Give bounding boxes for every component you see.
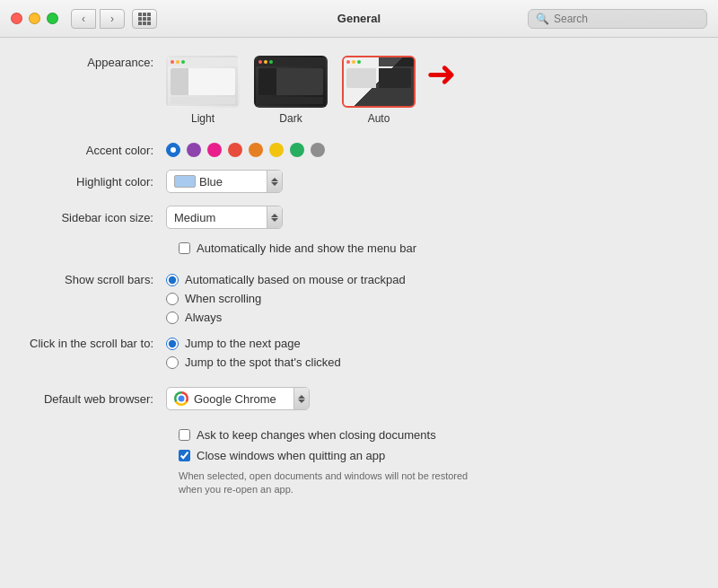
grid-button[interactable]	[132, 9, 157, 29]
sidebar-dropdown-arrow	[267, 206, 282, 228]
sidebar-icon-size-label: Sidebar icon size:	[27, 211, 166, 224]
maximize-button[interactable]	[47, 13, 58, 24]
accent-orange[interactable]	[249, 143, 263, 157]
scroll-bars-row: Show scroll bars: Automatically based on…	[27, 273, 691, 324]
keep-changes-checkbox[interactable]	[179, 429, 190, 441]
click-scroll-options: Jump to the next page Jump to the spot t…	[166, 337, 341, 369]
search-box[interactable]: 🔍	[528, 9, 707, 29]
accent-yellow[interactable]	[269, 143, 284, 157]
click-next-label: Jump to the next page	[185, 337, 301, 350]
main-content: Appearance: Light	[0, 38, 718, 588]
appearance-light[interactable]: Light	[166, 56, 240, 125]
highlight-color-row: Highlight color: Blue	[27, 170, 691, 193]
default-browser-label: Default web browser:	[27, 392, 166, 406]
accent-green[interactable]	[290, 143, 304, 157]
appearance-auto[interactable]: Auto	[342, 56, 416, 125]
appearance-dark-label: Dark	[279, 112, 302, 125]
default-browser-row: Default web browser: Google Chrome	[27, 387, 691, 410]
browser-value: Google Chrome	[194, 392, 285, 406]
click-spot-label: Jump to the spot that's clicked	[185, 355, 341, 369]
appearance-light-thumb[interactable]	[166, 56, 240, 108]
back-button[interactable]: ‹	[71, 9, 96, 29]
sidebar-icon-size-value: Medium	[174, 211, 259, 224]
appearance-options: Light Dark	[166, 56, 416, 125]
appearance-light-label: Light	[191, 112, 215, 125]
red-arrow: ➜	[426, 56, 457, 92]
appearance-dark[interactable]: Dark	[254, 56, 328, 125]
highlight-dropdown-arrow	[267, 171, 282, 192]
close-windows-row: Close windows when quitting an app	[27, 449, 691, 462]
accent-color-label: Accent color:	[27, 144, 166, 157]
forward-button[interactable]: ›	[100, 9, 125, 29]
scroll-always-label: Always	[185, 311, 222, 324]
accent-pink[interactable]	[207, 143, 222, 157]
close-windows-checkbox[interactable]	[179, 450, 190, 461]
close-windows-label: Close windows when quitting an app	[197, 449, 385, 462]
close-windows-note: When selected, open documents and window…	[27, 470, 494, 497]
scroll-always[interactable]: Always	[166, 311, 406, 324]
browser-dropdown-arrow	[293, 388, 309, 409]
scroll-scrolling-label: When scrolling	[185, 292, 261, 305]
click-next-page[interactable]: Jump to the next page	[166, 337, 341, 350]
click-spot-radio[interactable]	[166, 356, 179, 369]
appearance-row: Appearance: Light	[27, 56, 691, 125]
highlight-color-swatch	[174, 175, 196, 188]
scroll-auto-radio[interactable]	[166, 274, 179, 286]
keep-changes-label: Ask to keep changes when closing documen…	[197, 428, 436, 442]
accent-blue[interactable]	[166, 143, 180, 157]
close-button[interactable]	[11, 13, 22, 24]
scroll-scrolling-radio[interactable]	[166, 293, 179, 305]
titlebar: ‹ › General 🔍	[0, 0, 718, 38]
scroll-scrolling[interactable]: When scrolling	[166, 292, 406, 305]
sidebar-icon-size-row: Sidebar icon size: Medium	[27, 206, 691, 229]
scroll-bars-options: Automatically based on mouse or trackpad…	[166, 273, 406, 324]
scroll-auto[interactable]: Automatically based on mouse or trackpad	[166, 273, 406, 286]
highlight-color-dropdown[interactable]: Blue	[166, 170, 283, 193]
menu-bar-checkbox-row: Automatically hide and show the menu bar	[27, 241, 691, 255]
appearance-label: Appearance:	[27, 56, 166, 69]
accent-color-row: Accent color:	[27, 143, 691, 157]
browser-dropdown[interactable]: Google Chrome	[166, 387, 310, 410]
search-input[interactable]	[554, 13, 699, 25]
search-icon: 🔍	[536, 13, 549, 25]
grid-icon	[138, 13, 151, 25]
menu-bar-checkbox[interactable]	[179, 242, 190, 254]
appearance-auto-label: Auto	[368, 112, 390, 125]
scroll-auto-label: Automatically based on mouse or trackpad	[185, 273, 406, 286]
highlight-color-label: Highlight color:	[27, 175, 166, 189]
chrome-icon	[174, 391, 188, 406]
scroll-bars-label: Show scroll bars:	[27, 273, 166, 286]
accent-red[interactable]	[228, 143, 242, 157]
keep-changes-row: Ask to keep changes when closing documen…	[27, 428, 691, 442]
highlight-color-value: Blue	[199, 175, 259, 189]
click-scroll-label: Click in the scroll bar to:	[27, 337, 166, 350]
appearance-dark-thumb[interactable]	[254, 56, 328, 108]
sidebar-icon-size-dropdown[interactable]: Medium	[166, 206, 283, 229]
accent-purple[interactable]	[187, 143, 201, 157]
click-spot[interactable]: Jump to the spot that's clicked	[166, 355, 341, 369]
menu-bar-checkbox-label: Automatically hide and show the menu bar	[197, 241, 416, 255]
scroll-always-radio[interactable]	[166, 312, 179, 324]
accent-gray[interactable]	[311, 143, 325, 157]
click-next-radio[interactable]	[166, 338, 179, 350]
minimize-button[interactable]	[29, 13, 40, 24]
window-controls	[11, 13, 58, 24]
accent-colors	[166, 143, 325, 157]
click-scroll-row: Click in the scroll bar to: Jump to the …	[27, 337, 691, 369]
appearance-auto-thumb[interactable]	[342, 56, 416, 108]
nav-buttons: ‹ ›	[71, 9, 125, 29]
window-title: General	[337, 12, 381, 25]
